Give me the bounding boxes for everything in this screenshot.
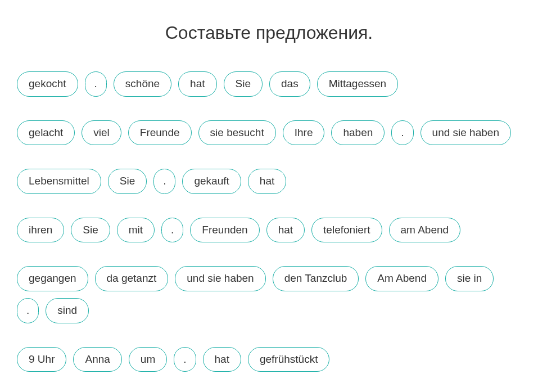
word-chip[interactable]: am Abend	[389, 218, 461, 243]
word-chip[interactable]: sind	[46, 298, 89, 323]
word-chip[interactable]: .	[161, 218, 183, 243]
word-chip[interactable]: Sie	[108, 169, 147, 194]
word-chip[interactable]: Am Abend	[365, 266, 438, 291]
word-chip[interactable]: Anna	[73, 347, 121, 372]
word-chip[interactable]: hat	[266, 218, 305, 243]
rows-wrapper: gekocht.schönehatSiedasMittagessengelach…	[17, 71, 521, 372]
page-title: Составьте предложения.	[17, 22, 521, 43]
word-chip[interactable]: viel	[82, 120, 121, 146]
word-row: gegangenda getanztund sie habenden Tanzc…	[17, 266, 521, 323]
word-chip[interactable]: hat	[203, 347, 241, 372]
word-chip[interactable]: um	[129, 347, 167, 372]
word-chip[interactable]: sie besucht	[198, 120, 276, 146]
word-chip[interactable]: da getanzt	[95, 266, 169, 291]
word-chip[interactable]: gegangen	[17, 266, 88, 291]
word-row: LebensmittelSie.gekaufthat	[17, 169, 521, 194]
word-chip[interactable]: gelacht	[17, 120, 75, 146]
word-chip[interactable]: Freunde	[128, 120, 192, 146]
word-row: ihrenSiemit.Freundenhattelefoniertam Abe…	[17, 218, 521, 243]
word-chip[interactable]: Ihre	[283, 120, 325, 146]
word-chip[interactable]: Freunden	[190, 218, 259, 243]
word-chip[interactable]: den Tanzclub	[273, 266, 359, 291]
word-chip[interactable]: .	[174, 347, 196, 372]
word-chip[interactable]: Mittagessen	[317, 71, 398, 97]
word-chip[interactable]: gekauft	[182, 169, 241, 194]
word-chip[interactable]: Sie	[71, 218, 110, 243]
word-chip[interactable]: .	[17, 298, 39, 323]
word-chip[interactable]: ihren	[17, 218, 64, 243]
word-chip[interactable]: hat	[248, 169, 286, 194]
word-chip[interactable]: telefoniert	[311, 218, 382, 243]
word-chip[interactable]: schöne	[114, 71, 171, 97]
word-chip[interactable]: 9 Uhr	[17, 347, 66, 372]
word-chip[interactable]: haben	[331, 120, 385, 146]
exercise-container: Составьте предложения. gekocht.schönehat…	[0, 22, 538, 372]
word-chip[interactable]: gefrühstückt	[248, 347, 330, 372]
word-chip[interactable]: Sie	[224, 71, 263, 97]
word-chip[interactable]: .	[153, 169, 175, 194]
word-chip[interactable]: Lebensmittel	[17, 169, 101, 194]
word-chip[interactable]: mit	[117, 218, 155, 243]
word-chip[interactable]: .	[391, 120, 413, 146]
word-chip[interactable]: und sie haben	[421, 120, 511, 146]
word-chip[interactable]: und sie haben	[175, 266, 265, 291]
word-row: 9 UhrAnnaum.hatgefrühstückt	[17, 347, 521, 372]
word-chip[interactable]: gekocht	[17, 71, 78, 97]
word-chip[interactable]: .	[85, 71, 107, 97]
word-row: gelachtvielFreundesie besuchtIhrehaben.u…	[17, 120, 521, 146]
word-chip[interactable]: hat	[178, 71, 216, 97]
word-chip[interactable]: sie in	[445, 266, 494, 291]
word-chip[interactable]: das	[269, 71, 310, 97]
word-row: gekocht.schönehatSiedasMittagessen	[17, 71, 521, 97]
